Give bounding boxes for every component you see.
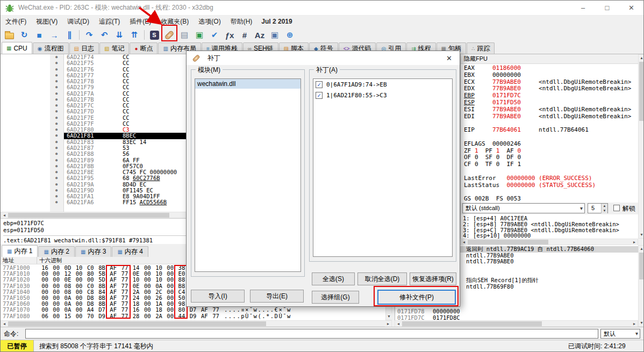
tab-cpu[interactable]: ▦CPU bbox=[2, 42, 32, 54]
calling-convention-combo[interactable]: 默认 (stdcall) ▾ bbox=[462, 203, 585, 213]
hash-icon[interactable]: # bbox=[238, 28, 251, 41]
fx-icon[interactable]: ƒx bbox=[223, 28, 236, 41]
menu-item-trace[interactable]: 追踪(T) bbox=[94, 16, 125, 28]
preferences-icon[interactable]: ▣ bbox=[193, 28, 206, 41]
registers-vscrollbar[interactable]: ▴ ▾ bbox=[638, 54, 644, 239]
scroll-thumb[interactable] bbox=[402, 321, 542, 326]
unlock-checkbox[interactable] bbox=[613, 205, 620, 211]
register-row[interactable]: ZF 1 PF 1 AF 0 bbox=[464, 148, 637, 155]
hide-fpu-button[interactable]: 隐藏FPU bbox=[464, 55, 488, 62]
scroll-down-icon[interactable]: ▾ bbox=[386, 313, 392, 320]
scroll-down-icon[interactable]: ▾ bbox=[639, 320, 644, 326]
restart-icon[interactable]: ↻ bbox=[18, 28, 31, 41]
tab-graph[interactable]: ◉流程图 bbox=[33, 42, 69, 54]
register-row[interactable]: LastError 00000000 (ERROR_SUCCESS) bbox=[464, 175, 637, 182]
memory-tab-3[interactable]: ▦内存 3 bbox=[75, 246, 111, 257]
scroll-up-icon[interactable]: ▴ bbox=[639, 55, 644, 61]
module-list[interactable]: wechatwin.dll bbox=[195, 78, 301, 272]
register-row[interactable]: EBP 0171FD7C bbox=[464, 92, 637, 99]
patch-list-item[interactable]: ✓1|6AD21F80:55->C3 bbox=[313, 90, 452, 100]
scroll-thumb[interactable] bbox=[468, 240, 548, 245]
register-row[interactable]: CF 0 TF 0 IF 1 bbox=[464, 161, 637, 168]
run-icon[interactable]: → bbox=[48, 28, 61, 41]
run-to-user-code-icon[interactable]: ⇈ bbox=[128, 28, 141, 41]
command-input[interactable] bbox=[25, 329, 598, 339]
scroll-left-icon[interactable]: ◂ bbox=[395, 321, 402, 327]
tab-trace[interactable]: ∴跟踪 bbox=[467, 42, 495, 54]
select-all-button[interactable]: 全选(S) bbox=[312, 272, 355, 285]
patch-list-item[interactable]: ✓0|6A7F1AD9:74->EB bbox=[313, 79, 452, 90]
stack-row[interactable]: 0171FD7800000000 bbox=[395, 308, 638, 315]
memory-tab-4[interactable]: ▦内存 4 bbox=[112, 246, 148, 257]
update-icon[interactable]: ⊕ bbox=[283, 28, 296, 41]
menu-item-options[interactable]: 选项(O) bbox=[194, 16, 225, 28]
scroll-right-icon[interactable]: ▸ bbox=[631, 321, 638, 327]
scroll-right-icon[interactable]: ▸ bbox=[631, 239, 638, 245]
register-row[interactable]: EBX 00000000 bbox=[464, 72, 637, 79]
calculator-icon[interactable]: ▤ bbox=[178, 28, 191, 41]
spin-down-icon[interactable]: ▼ bbox=[601, 209, 607, 213]
topmost-icon[interactable]: ✔ bbox=[208, 28, 221, 41]
notes-window-icon[interactable]: ▣ bbox=[268, 28, 281, 41]
register-row[interactable]: OF 0 SF 0 DF 0 bbox=[464, 154, 637, 161]
stack-vscrollbar[interactable]: ▴ ▾ bbox=[638, 245, 644, 327]
close-button[interactable]: ✕ bbox=[619, 1, 643, 15]
scroll-thumb[interactable] bbox=[639, 62, 644, 121]
register-row[interactable]: GS 002B FS 0053 bbox=[464, 196, 637, 203]
minimize-button[interactable]: – bbox=[571, 1, 595, 15]
export-button[interactable]: 导出(E) bbox=[250, 290, 304, 303]
register-row[interactable]: LastStatus 00000000 (STATUS_SUCCESS) bbox=[464, 182, 637, 189]
pick-groups-button[interactable]: 选择组(G) bbox=[312, 291, 359, 304]
module-list-item[interactable]: wechatwin.dll bbox=[195, 79, 300, 89]
patch-file-button[interactable]: 修补文件(P) bbox=[377, 290, 456, 305]
register-row[interactable]: EFLAGS 00000246 bbox=[464, 141, 637, 148]
register-row[interactable]: EDI 77B9ABE0 <ntdll.DbgUiRemoteBreakin> bbox=[464, 113, 637, 120]
scylla-icon[interactable]: S bbox=[148, 28, 161, 41]
memory-tab-2[interactable]: ▦内存 2 bbox=[38, 246, 74, 257]
register-row[interactable]: ECX 77B9ABE0 <ntdll.DbgUiRemoteBreakin> bbox=[464, 79, 637, 86]
scroll-left-icon[interactable]: ◂ bbox=[461, 239, 467, 245]
scroll-left-icon[interactable]: ◂ bbox=[1, 212, 8, 218]
patch-list[interactable]: ✓0|6A7F1AD9:74->EB✓1|6AD21F80:55->C3 bbox=[313, 78, 453, 257]
command-profile-combo[interactable]: 默认 ▾ bbox=[600, 329, 640, 339]
menu-item-debug[interactable]: 调试(D) bbox=[62, 16, 94, 28]
memory-row[interactable]: 77AF10800600150070D9AF7728002A0044D9AF77… bbox=[1, 313, 385, 319]
maximize-button[interactable]: □ bbox=[595, 1, 619, 15]
scroll-down-icon[interactable]: ▾ bbox=[639, 232, 644, 238]
open-file-icon[interactable] bbox=[3, 28, 16, 41]
patch-icon[interactable] bbox=[163, 28, 176, 41]
menu-item-plugins[interactable]: 插件(E) bbox=[125, 16, 156, 28]
scroll-up-icon[interactable]: ▴ bbox=[639, 246, 644, 252]
args-hscrollbar[interactable]: ◂ ▸ bbox=[460, 239, 638, 245]
menu-item-help[interactable]: 帮助(H) bbox=[226, 16, 257, 28]
execute-till-return-icon[interactable]: ⇊ bbox=[113, 28, 126, 41]
scroll-right-icon[interactable]: ▸ bbox=[385, 321, 391, 327]
scroll-thumb[interactable] bbox=[8, 321, 266, 326]
dialog-close-icon[interactable]: ✕ bbox=[443, 54, 455, 62]
text-codec-icon[interactable]: Az bbox=[253, 28, 266, 41]
tab-breakpoints[interactable]: ●断点 bbox=[130, 42, 158, 54]
patch-checkbox[interactable]: ✓ bbox=[316, 81, 323, 88]
memory-hscrollbar[interactable]: ◂ ▸ bbox=[1, 320, 392, 327]
restore-selected-button[interactable]: 恢复选择项(R) bbox=[410, 272, 456, 285]
register-row[interactable]: EAX 01186000 bbox=[464, 65, 637, 72]
step-over-icon[interactable]: ↶ bbox=[98, 28, 111, 41]
stop-icon[interactable]: ■ bbox=[33, 28, 46, 41]
argument-row[interactable]: 4: [esp+10] 00000000 bbox=[463, 233, 638, 239]
register-row[interactable]: ESI 77B9ABE0 <ntdll.DbgUiRemoteBreakin> bbox=[464, 106, 637, 113]
register-row[interactable]: EDX 77B9ABE0 <ntdll.DbgUiRemoteBreakin> bbox=[464, 85, 637, 92]
tab-log[interactable]: ▤日志 bbox=[69, 42, 99, 54]
stack-row[interactable]: 0171FD7C0171FD8C bbox=[395, 315, 638, 320]
argument-row[interactable]: 2: [esp+8] 77B9ABE0 <ntdll.DbgUiRemoteBr… bbox=[463, 221, 638, 227]
spin-up-icon[interactable]: ▲ bbox=[601, 204, 607, 209]
tab-notes[interactable]: ▧笔记 bbox=[99, 42, 129, 54]
patch-dialog-titlebar[interactable]: 补丁 ✕ bbox=[187, 51, 460, 65]
menu-item-favourites[interactable]: 收藏夹(B) bbox=[156, 16, 194, 28]
deselect-all-button[interactable]: 取消全选(D) bbox=[357, 272, 407, 285]
memory-row[interactable]: 77AF107000000A00A4D7AF771600180080D7AF77… bbox=[1, 307, 385, 313]
register-row[interactable]: EIP 77B64061 ntdll.77B64061 bbox=[464, 127, 637, 134]
menu-item-view[interactable]: 视图(V) bbox=[31, 16, 62, 28]
scroll-left-icon[interactable]: ◂ bbox=[1, 321, 8, 327]
menu-item-file[interactable]: 文件(F) bbox=[1, 16, 31, 28]
stack-hscrollbar[interactable]: ◂ ▸ bbox=[395, 320, 638, 327]
